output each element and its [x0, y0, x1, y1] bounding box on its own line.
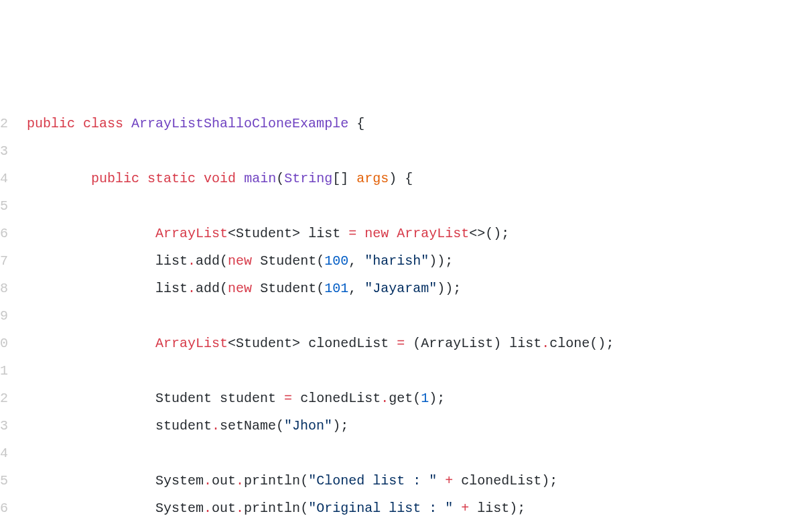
line-number: 3 [0, 412, 7, 440]
code-area[interactable]: public class ArrayListShalloCloneExample… [19, 110, 812, 524]
line-number: 2 [0, 110, 7, 137]
line-number: 6 [0, 220, 7, 247]
code-line[interactable]: ArrayList<Student> clonedList = (ArrayLi… [19, 330, 812, 357]
line-number: 8 [0, 275, 7, 302]
line-number: 9 [0, 302, 7, 330]
line-number: 6 [0, 495, 7, 522]
code-line[interactable] [19, 192, 812, 220]
code-line[interactable]: Student student = clonedList.get(1); [19, 385, 812, 412]
code-line[interactable] [19, 302, 812, 330]
line-number: 7 [0, 247, 7, 275]
code-line[interactable]: public static void main(String[] args) { [19, 165, 812, 192]
line-number: 1 [0, 357, 7, 385]
line-number: 0 [0, 330, 7, 357]
line-number: 3 [0, 137, 7, 165]
code-line[interactable]: list.add(new Student(100, "harish")); [19, 247, 812, 275]
code-line[interactable]: System.out.println("Original list : " + … [19, 495, 812, 522]
code-line[interactable]: list.add(new Student(101, "Jayaram")); [19, 275, 812, 302]
code-line[interactable]: ArrayList<Student> list = new ArrayList<… [19, 220, 812, 247]
line-number: 5 [0, 192, 7, 220]
line-number-gutter: 23456789012345678901 [0, 110, 19, 524]
code-line[interactable]: public class ArrayListShalloCloneExample… [19, 110, 812, 137]
code-editor[interactable]: 23456789012345678901 public class ArrayL… [0, 110, 812, 524]
code-line[interactable] [19, 440, 812, 467]
line-number: 2 [0, 385, 7, 412]
code-line[interactable]: student.setName("Jhon"); [19, 412, 812, 440]
code-line[interactable] [19, 357, 812, 385]
code-line[interactable] [19, 137, 812, 165]
line-number: 4 [0, 165, 7, 192]
line-number: 5 [0, 467, 7, 495]
line-number: 4 [0, 440, 7, 467]
code-line[interactable]: System.out.println("Cloned list : " + cl… [19, 467, 812, 495]
